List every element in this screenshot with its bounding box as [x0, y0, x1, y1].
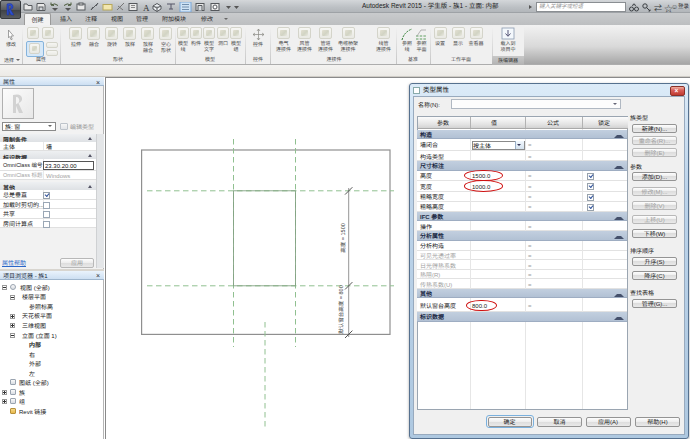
svg-text:A: A [143, 3, 150, 13]
svg-text:高度 = 1500: 高度 = 1500 [340, 223, 346, 253]
svg-text:⇄: ⇄ [654, 4, 662, 13]
svg-text:默认窗台高度 = 800: 默认窗台高度 = 800 [338, 285, 344, 333]
